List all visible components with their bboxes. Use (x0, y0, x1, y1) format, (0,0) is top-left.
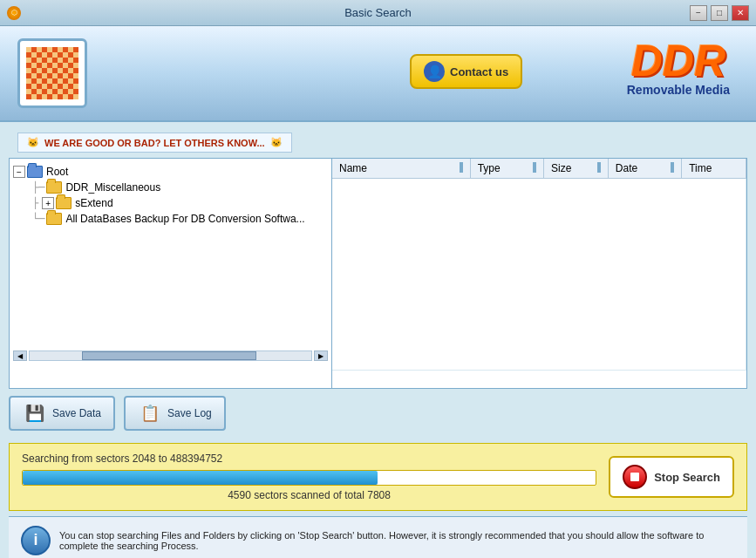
rating-icon2: 🐱 (270, 137, 283, 148)
tree-label-databases: All DataBases Backup For DB Conversion S… (65, 213, 304, 225)
app-icon: ⬡ (7, 6, 21, 20)
file-table: Name Type Size Date (332, 159, 746, 371)
col-resize-size[interactable] (597, 162, 601, 173)
col-time[interactable]: Time (682, 159, 746, 179)
stop-search-button[interactable]: Stop Search (609, 456, 734, 498)
tree-label-root: Root (46, 166, 68, 178)
window-title: Basic Search (344, 6, 412, 19)
progress-area: Searching from sectors 2048 to 488394752… (9, 443, 747, 511)
rating-icon: 🐱 (27, 137, 39, 148)
folder-icon-sextend (56, 197, 72, 209)
tree-item-root[interactable]: − Root (13, 164, 328, 180)
app-logo (17, 38, 87, 108)
progress-bar-fill (23, 471, 378, 485)
tree-toggle-root[interactable]: − (13, 166, 25, 178)
contact-icon: 👤 (424, 61, 445, 82)
stop-square (630, 473, 639, 481)
progress-info: Searching from sectors 2048 to 488394752… (22, 453, 596, 501)
folder-icon-ddr (46, 181, 62, 194)
tree-item-databases[interactable]: └─ All DataBases Backup For DB Conversio… (13, 211, 328, 227)
maximize-button[interactable]: □ (711, 5, 728, 21)
minimize-button[interactable]: − (690, 5, 707, 21)
folder-icon-databases (46, 213, 62, 225)
info-icon: i (21, 526, 51, 555)
file-table-panel: Name Type Size Date (332, 159, 746, 388)
tree-connector-3: └─ (32, 213, 44, 225)
info-message: You can stop searching Files and Folders… (59, 530, 735, 551)
save-log-button[interactable]: 📋 Save Log (124, 396, 226, 431)
folder-icon-root (27, 166, 43, 178)
info-bar: i You can stop searching Files and Folde… (9, 516, 747, 558)
tree-item-sextend[interactable]: ├ + sExtend (13, 195, 328, 211)
contact-button[interactable]: 👤 Contact us (410, 54, 522, 89)
logo-pattern (26, 47, 78, 99)
tree-label-ddr: DDR_Miscellaneous (65, 181, 160, 194)
save-log-label: Save Log (167, 407, 212, 419)
col-size[interactable]: Size (544, 159, 609, 179)
col-resize-type[interactable] (533, 162, 536, 173)
contact-label: Contact us (450, 65, 508, 78)
save-log-icon: 📋 (138, 403, 162, 424)
scroll-right-arrow[interactable]: ▶ (314, 350, 328, 361)
col-date[interactable]: Date (608, 159, 681, 179)
tree-scrollbar: ◀ ▶ (13, 350, 328, 361)
tree-label-sextend: sExtend (75, 197, 112, 209)
scanned-text: 4590 sectors scanned of total 7808 (22, 489, 596, 501)
rating-banner[interactable]: 🐱 WE ARE GOOD OR BAD? LET OTHERS KNOW...… (17, 133, 292, 153)
save-data-button[interactable]: 💾 Save Data (9, 396, 115, 431)
stop-label: Stop Search (654, 471, 720, 484)
col-resize-name[interactable] (460, 162, 463, 173)
save-data-label: Save Data (52, 407, 101, 419)
search-text: Searching from sectors 2048 to 488394752 (22, 453, 596, 465)
file-tree-panel: − Root ├─ DDR_Miscellaneous ├ + sExtend … (10, 159, 332, 388)
brand-section: DDR Removable Media (627, 39, 730, 97)
progress-bar-container (22, 470, 596, 486)
tree-item-ddr[interactable]: ├─ DDR_Miscellaneous (13, 180, 328, 195)
close-button[interactable]: ✕ (732, 5, 749, 21)
col-name[interactable]: Name (332, 159, 470, 179)
tree-connector-2: ├ (32, 197, 38, 209)
scroll-thumb[interactable] (82, 351, 256, 360)
rating-text: WE ARE GOOD OR BAD? LET OTHERS KNOW... (44, 138, 265, 148)
tree-toggle-sextend[interactable]: + (42, 197, 54, 209)
toolbar: 💾 Save Data 📋 Save Log (0, 389, 756, 438)
tree-connector: ├─ (32, 181, 44, 194)
main-content: − Root ├─ DDR_Miscellaneous ├ + sExtend … (9, 158, 747, 389)
header: 👤 Contact us DDR Removable Media (0, 26, 756, 122)
window-controls: − □ ✕ (690, 5, 749, 21)
col-type[interactable]: Type (470, 159, 543, 179)
brand-subtitle: Removable Media (627, 83, 730, 97)
save-data-icon: 💾 (23, 403, 47, 424)
brand-name: DDR (627, 39, 730, 83)
stop-icon (623, 465, 647, 489)
title-bar: ⬡ Basic Search − □ ✕ (0, 0, 756, 26)
scroll-left-arrow[interactable]: ◀ (13, 350, 27, 361)
col-resize-date[interactable] (671, 162, 674, 173)
